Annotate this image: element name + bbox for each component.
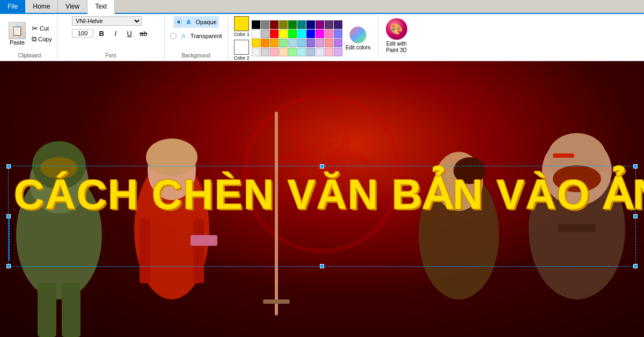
- cut-button[interactable]: ✂ Cut: [30, 24, 54, 33]
- color-magenta[interactable]: [316, 30, 324, 38]
- font-name-select[interactable]: VNI-Helve: [72, 16, 142, 26]
- handle-mid-right[interactable]: [633, 214, 638, 218]
- color-white[interactable]: [252, 30, 260, 38]
- color-lime[interactable]: [288, 30, 297, 38]
- tab-text[interactable]: Text: [87, 0, 115, 14]
- color2-label: Color 2: [234, 55, 250, 61]
- color-rose[interactable]: [325, 39, 333, 47]
- paste-icon: 📋: [9, 22, 26, 39]
- color-pink[interactable]: [325, 30, 333, 38]
- color-blue[interactable]: [306, 30, 315, 38]
- tab-home-label: Home: [33, 3, 50, 10]
- color-wheat[interactable]: [279, 48, 288, 56]
- color-indigo[interactable]: [334, 20, 342, 29]
- color-med-purple[interactable]: [306, 39, 315, 47]
- tab-home[interactable]: Home: [25, 0, 58, 13]
- svg-rect-7: [62, 283, 80, 337]
- color-dark-red[interactable]: [270, 20, 279, 29]
- color-row-1: [252, 20, 342, 29]
- ribbon: 📋 Paste ✂ Cut ⧉ Copy Clipboard VNI-Helve: [0, 14, 644, 61]
- colors-content: Color 1 Color 2: [234, 16, 372, 61]
- color-samples: Color 1 Color 2: [234, 16, 250, 61]
- handle-bottom-center[interactable]: [320, 264, 324, 268]
- paste-label: Paste: [10, 39, 25, 46]
- color-orange2[interactable]: [270, 39, 279, 47]
- color-white2[interactable]: [252, 48, 260, 56]
- color-steel-blue[interactable]: [306, 48, 315, 56]
- canvas-main-text: CÁCH CHÈN VĂN BẢN VÀO ẢNH: [9, 172, 635, 218]
- opaque-icon: A: [184, 17, 194, 27]
- font-size-input[interactable]: [72, 29, 93, 38]
- color-sky-blue[interactable]: [297, 39, 306, 47]
- color-teal[interactable]: [297, 20, 306, 29]
- color-pale-pink[interactable]: [325, 48, 333, 56]
- color-red[interactable]: [270, 30, 279, 38]
- handle-mid-left[interactable]: [6, 214, 11, 218]
- color1-sample[interactable]: Color 1: [234, 16, 250, 37]
- color-yellow[interactable]: [279, 30, 288, 38]
- background-group-label: Background: [181, 52, 210, 58]
- edit-colors-label: Edit colors: [346, 45, 371, 50]
- font-top-row: VNI-Helve: [72, 16, 142, 26]
- text-selection-box[interactable]: CÁCH CHÈN VĂN BẢN VÀO ẢNH: [8, 166, 636, 267]
- color-pale-turquoise[interactable]: [297, 48, 306, 56]
- handle-bottom-left[interactable]: [6, 264, 11, 268]
- tab-file[interactable]: File: [0, 0, 25, 13]
- color-light-gray[interactable]: [261, 48, 269, 56]
- underline-button[interactable]: U: [123, 27, 135, 39]
- transparent-option[interactable]: A Transparent: [168, 30, 224, 42]
- color1-label: Color 1: [234, 32, 250, 37]
- color2-swatch[interactable]: [234, 40, 249, 55]
- color-olive[interactable]: [279, 20, 288, 29]
- handle-top-left[interactable]: [6, 164, 11, 169]
- color-palette: [252, 20, 342, 56]
- color2-sample[interactable]: Color 2: [234, 39, 250, 61]
- handle-top-right[interactable]: [633, 164, 638, 169]
- color-dark-green[interactable]: [288, 20, 297, 29]
- edit-colors-button[interactable]: Edit colors: [345, 25, 372, 52]
- color-lavender[interactable]: [334, 39, 342, 47]
- color-medium-purple[interactable]: [325, 20, 333, 29]
- color-dark-blue[interactable]: [306, 20, 315, 29]
- tab-text-label: Text: [95, 3, 107, 10]
- color-row-2: [252, 30, 342, 38]
- font-group: VNI-Helve B I U ab Font: [57, 15, 165, 60]
- strikethrough-label: ab: [140, 30, 147, 38]
- opaque-option[interactable]: A Opaque: [173, 16, 219, 28]
- canvas-area: ☣: [0, 61, 644, 337]
- color-pale-purple[interactable]: [334, 48, 342, 56]
- transparent-icon: A: [179, 31, 188, 41]
- opaque-radio: [175, 19, 182, 25]
- scissors-icon: ✂: [32, 24, 38, 33]
- bold-button[interactable]: B: [96, 27, 107, 39]
- color-plum[interactable]: [316, 39, 324, 47]
- clipboard-group-label: Clipboard: [18, 52, 41, 58]
- svg-rect-6: [38, 283, 56, 337]
- handle-top-center[interactable]: [320, 164, 324, 169]
- italic-button[interactable]: I: [109, 27, 121, 39]
- handle-bottom-right[interactable]: [633, 264, 638, 268]
- color-cyan[interactable]: [297, 30, 306, 38]
- color-pale-green[interactable]: [288, 48, 297, 56]
- color-row-3: [252, 39, 342, 47]
- color-light-blue[interactable]: [288, 39, 297, 47]
- color-orange[interactable]: [261, 39, 269, 47]
- colors-group: Color 1 Color 2: [228, 15, 378, 60]
- color1-swatch[interactable]: [234, 16, 249, 31]
- color-periwinkle[interactable]: [334, 30, 342, 38]
- tab-file-label: File: [8, 3, 18, 10]
- color-light-green[interactable]: [279, 39, 288, 47]
- cut-copy-buttons: ✂ Cut ⧉ Copy: [30, 24, 54, 44]
- color-gold[interactable]: [252, 39, 260, 47]
- paste-button[interactable]: 📋 Paste: [5, 21, 29, 47]
- edit-with-paint3d-button[interactable]: 🎨 Edit withPaint 3D: [382, 16, 412, 56]
- color-light-pink[interactable]: [270, 48, 279, 56]
- color-black[interactable]: [252, 20, 260, 29]
- color-silver[interactable]: [261, 30, 269, 38]
- color-purple[interactable]: [316, 20, 324, 29]
- color-lavender2[interactable]: [316, 48, 324, 56]
- strikethrough-button[interactable]: ab: [137, 27, 149, 39]
- color-gray[interactable]: [261, 20, 269, 29]
- tab-view[interactable]: View: [58, 0, 87, 13]
- copy-button[interactable]: ⧉ Copy: [30, 34, 54, 44]
